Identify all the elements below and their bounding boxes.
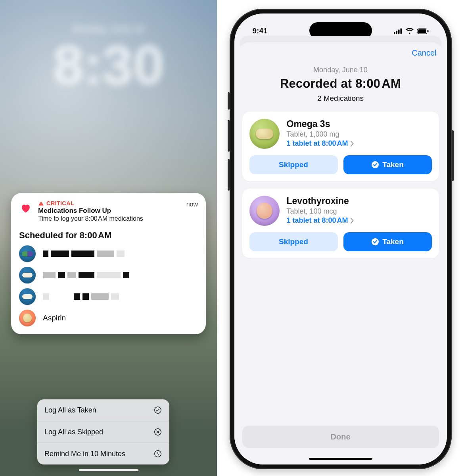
sheet-header: Monday, June 10 Recorded at 8:00 AM 2 Me…: [242, 66, 439, 103]
lockscreen-time: 8:30: [0, 37, 217, 93]
side-button: [228, 120, 230, 152]
log-medications-sheet: Cancel Monday, June 10 Recorded at 8:00 …: [234, 42, 447, 464]
header-date: Monday, June 10: [242, 66, 439, 74]
notification-body: Time to log your 8:00 AM medications: [38, 215, 198, 222]
medication-card: Omega 3s Tablet, 1,000 mg 1 tablet at 8:…: [242, 112, 439, 181]
critical-badge: CRITICAL: [38, 200, 198, 206]
log-all-taken-button[interactable]: Log All as Taken: [37, 399, 169, 421]
wifi-icon: [406, 28, 414, 34]
taken-button[interactable]: Taken: [343, 232, 432, 251]
remind-later-button[interactable]: Remind Me in 10 Minutes: [37, 443, 169, 464]
medication-name: Levothyroxine: [287, 196, 355, 206]
redacted-text: [43, 272, 129, 278]
skipped-button[interactable]: Skipped: [249, 155, 338, 174]
medication-notification[interactable]: CRITICAL Medications Follow Up Time to l…: [11, 193, 206, 334]
svg-rect-0: [41, 202, 41, 204]
scheduled-med-row: [19, 288, 198, 305]
svg-rect-1: [41, 204, 41, 204]
capsule-icon: [19, 245, 36, 262]
notification-actions: Log All as Taken Log All as Skipped Remi…: [37, 399, 169, 464]
medication-dose-link[interactable]: 1 tablet at 8:00 AM: [287, 216, 355, 225]
scheduled-heading: Scheduled for 8:00 AM: [19, 230, 198, 241]
phone-panel: 9:41 Cancel Monday, June 10 Recorded at …: [217, 0, 464, 476]
medication-desc: Tablet, 100 mcg: [287, 207, 355, 216]
chevron-right-icon: [350, 218, 354, 224]
status-time: 9:41: [253, 27, 268, 35]
lockscreen-panel: Monday, June 10 8:30 ••• CRITICAL Medica…: [0, 0, 217, 476]
home-indicator[interactable]: [79, 469, 138, 471]
header-title: Recorded at 8:00 AM: [242, 77, 439, 91]
device-frame: 9:41 Cancel Monday, June 10 Recorded at …: [230, 9, 452, 469]
medication-dose-link[interactable]: 1 tablet at 8:00 AM: [287, 139, 355, 148]
svg-rect-8: [400, 29, 402, 34]
medication-card: Levothyroxine Tablet, 100 mcg 1 tablet a…: [242, 189, 439, 258]
svg-rect-11: [428, 30, 429, 32]
redacted-text: [43, 293, 119, 300]
svg-rect-10: [418, 29, 426, 33]
notification-title: Medications Follow Up: [38, 207, 198, 215]
side-button: [452, 130, 454, 181]
header-subtitle: 2 Medications: [242, 94, 439, 103]
chevron-right-icon: [350, 141, 354, 146]
scheduled-med-row: [19, 267, 198, 283]
pill-icon: [19, 288, 36, 305]
check-circle-icon: [153, 406, 162, 414]
log-all-skipped-button[interactable]: Log All as Skipped: [37, 421, 169, 443]
clock-icon: [153, 449, 162, 458]
home-indicator[interactable]: [309, 458, 372, 460]
notification-time: now: [186, 201, 198, 208]
medication-name: Omega 3s: [287, 119, 355, 129]
x-circle-icon: [153, 428, 162, 436]
svg-rect-6: [396, 31, 397, 34]
screen: 9:41 Cancel Monday, June 10 Recorded at …: [234, 13, 447, 464]
side-button: [228, 159, 230, 191]
medication-desc: Tablet, 1,000 mg: [287, 130, 355, 139]
medication-icon: [249, 119, 280, 149]
redacted-text: [43, 251, 125, 257]
checkmark-circle-icon: [371, 161, 379, 169]
pill-icon: [19, 267, 36, 283]
lockscreen-date: Monday, June 10: [0, 24, 217, 34]
med-label: Aspirin: [43, 314, 66, 322]
scheduled-med-row: Aspirin: [19, 310, 198, 326]
tablet-icon: [19, 310, 36, 326]
skipped-button[interactable]: Skipped: [249, 232, 338, 251]
health-app-icon: [19, 202, 33, 215]
cellular-icon: [394, 28, 403, 34]
scheduled-med-row: [19, 245, 198, 262]
lockscreen-clock: Monday, June 10 8:30 •••: [0, 24, 217, 105]
checkmark-circle-icon: [371, 238, 379, 246]
svg-rect-7: [398, 30, 400, 34]
side-button: [228, 92, 230, 110]
taken-button[interactable]: Taken: [343, 155, 432, 174]
medication-icon: [249, 196, 280, 226]
battery-icon: [417, 28, 429, 34]
cancel-button[interactable]: Cancel: [412, 48, 436, 58]
svg-rect-5: [394, 32, 395, 34]
done-button[interactable]: Done: [242, 426, 439, 448]
